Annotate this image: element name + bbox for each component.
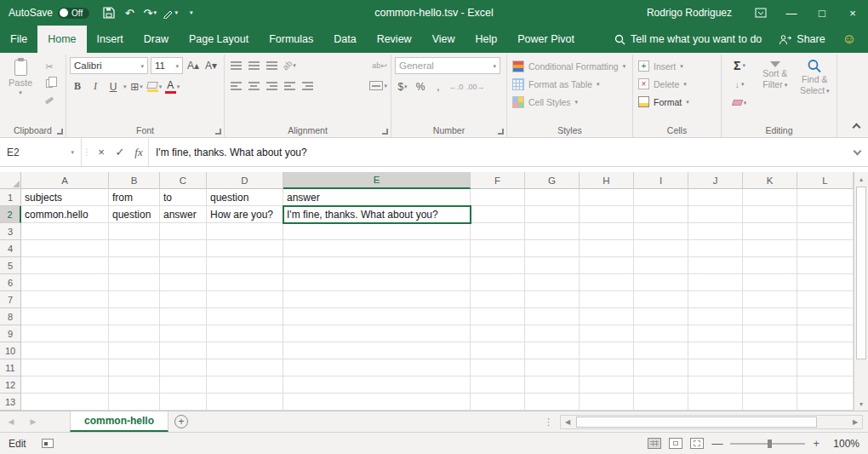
cell-B10[interactable] bbox=[109, 342, 160, 359]
cell-E12[interactable] bbox=[283, 376, 471, 394]
row-header-12[interactable]: 12 bbox=[0, 376, 21, 394]
autosave-toggle[interactable]: AutoSave Off bbox=[9, 7, 89, 19]
cell-E6[interactable] bbox=[283, 274, 471, 291]
cell-A13[interactable] bbox=[21, 394, 109, 411]
cell-L2[interactable] bbox=[797, 206, 854, 223]
cell-K5[interactable] bbox=[743, 257, 797, 274]
cell-H10[interactable] bbox=[580, 342, 634, 359]
cell-B1[interactable]: from bbox=[109, 189, 160, 206]
cell-E9[interactable] bbox=[283, 325, 471, 342]
autosum-button[interactable]: Σ▾ bbox=[725, 57, 754, 73]
align-left-button[interactable] bbox=[228, 78, 243, 94]
cell-L1[interactable] bbox=[797, 189, 854, 206]
cell-F2[interactable] bbox=[471, 206, 525, 223]
increase-decimal-button[interactable]: ←.0 bbox=[448, 78, 464, 95]
cell-A10[interactable] bbox=[21, 342, 109, 359]
vertical-scroll-thumb[interactable] bbox=[856, 187, 866, 359]
cell-J1[interactable] bbox=[688, 189, 743, 206]
cell-D1[interactable]: question bbox=[207, 189, 283, 206]
cell-J3[interactable] bbox=[688, 223, 743, 240]
cell-B7[interactable] bbox=[109, 291, 160, 308]
cell-A2[interactable]: common.hello bbox=[21, 206, 109, 223]
cell-D9[interactable] bbox=[207, 325, 283, 342]
cell-L9[interactable] bbox=[797, 325, 854, 342]
italic-button[interactable]: I bbox=[88, 78, 103, 95]
cell-J6[interactable] bbox=[688, 274, 743, 291]
cell-G12[interactable] bbox=[525, 376, 580, 394]
row-header-8[interactable]: 8 bbox=[0, 308, 21, 325]
cell-L4[interactable] bbox=[797, 240, 854, 257]
cell-L8[interactable] bbox=[797, 308, 854, 325]
cell-K10[interactable] bbox=[743, 342, 797, 359]
minimize-button[interactable]: — bbox=[776, 0, 807, 26]
paste-button[interactable]: Paste ▾ bbox=[3, 57, 37, 107]
cell-J12[interactable] bbox=[688, 376, 743, 394]
horizontal-scrollbar[interactable]: ◀ ▶ bbox=[560, 415, 863, 429]
new-sheet-button[interactable]: + bbox=[168, 411, 194, 432]
cell-C6[interactable] bbox=[160, 274, 207, 291]
cell-B4[interactable] bbox=[109, 240, 160, 257]
cell-D13[interactable] bbox=[207, 394, 283, 411]
cell-J2[interactable] bbox=[688, 206, 743, 223]
cell-K2[interactable] bbox=[743, 206, 797, 223]
cell-A5[interactable] bbox=[21, 257, 109, 274]
cell-D5[interactable] bbox=[207, 257, 283, 274]
row-header-9[interactable]: 9 bbox=[0, 325, 21, 342]
cell-K4[interactable] bbox=[743, 240, 797, 257]
page-break-view-button[interactable] bbox=[690, 438, 704, 449]
column-header-J[interactable]: J bbox=[688, 172, 743, 189]
cancel-button[interactable]: × bbox=[92, 138, 111, 166]
tab-help[interactable]: Help bbox=[465, 26, 508, 53]
cell-B6[interactable] bbox=[109, 274, 160, 291]
cell-H4[interactable] bbox=[580, 240, 634, 257]
undo-button[interactable]: ↶ bbox=[120, 2, 139, 24]
cell-G4[interactable] bbox=[525, 240, 580, 257]
fill-button[interactable]: ↓▾ bbox=[725, 76, 754, 92]
cell-I5[interactable] bbox=[634, 257, 688, 274]
cell-K3[interactable] bbox=[743, 223, 797, 240]
cell-C13[interactable] bbox=[160, 394, 207, 411]
column-header-F[interactable]: F bbox=[471, 172, 525, 189]
cell-F10[interactable] bbox=[471, 342, 525, 359]
cell-F9[interactable] bbox=[471, 325, 525, 342]
decrease-indent-button[interactable] bbox=[282, 78, 297, 94]
cut-button[interactable]: ✂ bbox=[41, 60, 58, 73]
cell-H6[interactable] bbox=[580, 274, 634, 291]
cell-L12[interactable] bbox=[797, 376, 854, 394]
number-format-select[interactable]: General▾ bbox=[395, 57, 500, 74]
cell-F4[interactable] bbox=[471, 240, 525, 257]
cell-B9[interactable] bbox=[109, 325, 160, 342]
cell-I9[interactable] bbox=[634, 325, 688, 342]
cell-C9[interactable] bbox=[160, 325, 207, 342]
format-cells-button[interactable]: Format ▾ bbox=[637, 93, 717, 111]
cell-J10[interactable] bbox=[688, 342, 743, 359]
cell-D8[interactable] bbox=[207, 308, 283, 325]
row-header-11[interactable]: 11 bbox=[0, 359, 21, 376]
cell-B5[interactable] bbox=[109, 257, 160, 274]
cell-H9[interactable] bbox=[580, 325, 634, 342]
cell-G8[interactable] bbox=[525, 308, 580, 325]
insert-function-button[interactable]: fx bbox=[129, 138, 148, 166]
percent-style-button[interactable]: % bbox=[413, 78, 428, 95]
cell-G7[interactable] bbox=[525, 291, 580, 308]
cell-G3[interactable] bbox=[525, 223, 580, 240]
cell-L5[interactable] bbox=[797, 257, 854, 274]
cell-G9[interactable] bbox=[525, 325, 580, 342]
column-header-H[interactable]: H bbox=[580, 172, 634, 189]
cell-E4[interactable] bbox=[283, 240, 471, 257]
cell-F13[interactable] bbox=[471, 394, 525, 411]
column-header-E[interactable]: E bbox=[283, 172, 471, 189]
close-button[interactable]: × bbox=[837, 0, 868, 26]
cell-B12[interactable] bbox=[109, 376, 160, 394]
wrap-text-button[interactable]: ab↩ bbox=[372, 57, 387, 73]
cell-G1[interactable] bbox=[525, 189, 580, 206]
tell-me-search[interactable]: Tell me what you want to do bbox=[614, 33, 762, 45]
scroll-down-icon[interactable]: ▾ bbox=[854, 397, 868, 411]
cell-K13[interactable] bbox=[743, 394, 797, 411]
cell-L13[interactable] bbox=[797, 394, 854, 411]
cell-K9[interactable] bbox=[743, 325, 797, 342]
tab-draw[interactable]: Draw bbox=[134, 26, 179, 53]
cell-G5[interactable] bbox=[525, 257, 580, 274]
horizontal-scroll-track[interactable] bbox=[574, 416, 848, 428]
row-header-3[interactable]: 3 bbox=[0, 223, 21, 240]
